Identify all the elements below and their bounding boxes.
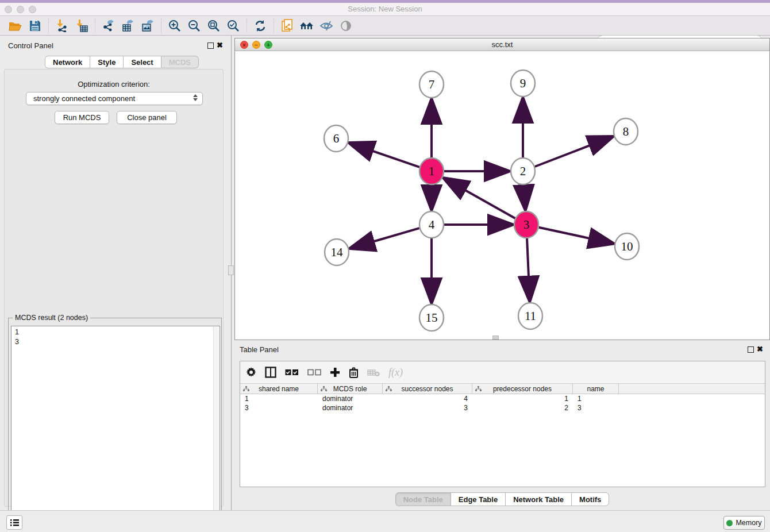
gear-icon[interactable] — [246, 365, 256, 380]
node-7[interactable]: 7 — [419, 71, 444, 98]
network-window-title: scc.txt — [235, 40, 769, 49]
zoom-in-icon[interactable] — [165, 17, 184, 34]
column-header-shared-name[interactable]: shared name — [240, 384, 318, 394]
close-panel-button[interactable]: Close panel — [117, 111, 177, 124]
tab-mcds[interactable]: MCDS — [161, 56, 199, 68]
column-header-MCDS-role[interactable]: MCDS role — [318, 384, 383, 394]
delete-column-icon[interactable] — [349, 365, 359, 380]
node-6[interactable]: 6 — [324, 125, 348, 152]
cell-shared-name[interactable]: 3 — [240, 403, 318, 413]
float-panel-icon[interactable] — [207, 43, 214, 49]
svg-text:14: 14 — [331, 245, 344, 259]
window-titlebar: Session: New Session — [0, 0, 770, 16]
tab-network[interactable]: Network — [45, 56, 90, 68]
tab-edge-table[interactable]: Edge Table — [451, 492, 506, 506]
column-header-predecessor-nodes[interactable]: predecessor nodes — [472, 384, 573, 394]
main-toolbar — [0, 16, 770, 36]
toggle-view-icon[interactable] — [336, 17, 356, 34]
cell-predecessor-nodes[interactable]: 1 — [472, 394, 573, 403]
svg-text:8: 8 — [623, 125, 629, 138]
column-header-name[interactable]: name — [573, 384, 619, 394]
cell-successor-nodes[interactable]: 4 — [383, 394, 472, 403]
tab-style[interactable]: Style — [90, 56, 124, 68]
node-11[interactable]: 11 — [518, 303, 542, 329]
edge-3-11[interactable] — [527, 238, 530, 300]
edge-2-8[interactable] — [535, 137, 613, 167]
mcds-result-text[interactable]: 1 3 — [11, 326, 220, 532]
edge-3-1[interactable] — [444, 178, 515, 218]
horizontal-splitter-handle[interactable] — [492, 336, 499, 340]
cell-MCDS-role[interactable]: dominator — [318, 403, 383, 413]
node-9[interactable]: 9 — [511, 70, 535, 97]
float-panel-icon[interactable] — [748, 346, 754, 353]
tab-select[interactable]: Select — [123, 56, 161, 68]
node-14[interactable]: 14 — [325, 239, 349, 265]
mcds-result-groupbox: MCDS result (2 nodes) 1 3 — [8, 318, 222, 532]
node-3[interactable]: 3 — [514, 211, 538, 238]
cell-shared-name[interactable]: 1 — [240, 394, 318, 403]
svg-text:9: 9 — [520, 76, 526, 90]
export-network-icon[interactable] — [99, 17, 118, 34]
tab-network-table[interactable]: Network Table — [505, 492, 572, 506]
tab-motifs[interactable]: Motifs — [571, 492, 609, 506]
node-10[interactable]: 10 — [615, 233, 639, 260]
split-columns-icon[interactable] — [265, 365, 276, 380]
edge-2-3[interactable] — [524, 185, 526, 209]
select-all-columns-icon[interactable] — [285, 365, 299, 380]
cell-predecessor-nodes[interactable]: 2 — [472, 403, 573, 413]
node-8[interactable]: 8 — [614, 118, 638, 145]
memory-button[interactable]: Memory — [723, 516, 765, 530]
network-canvas[interactable]: 7968124314101511 — [235, 51, 769, 340]
edge-1-6[interactable] — [350, 143, 419, 167]
cell-name[interactable]: 1 — [573, 394, 619, 403]
node-4[interactable]: 4 — [419, 211, 444, 238]
add-column-icon[interactable] — [330, 365, 340, 380]
table-row[interactable]: 1dominator411 — [240, 394, 765, 403]
table-toolbar: f(x) — [240, 361, 765, 384]
refresh-layout-icon[interactable] — [251, 17, 270, 34]
control-panel-header: Control Panel ✖ — [0, 39, 228, 53]
home-pages-icon[interactable] — [297, 17, 317, 34]
cell-name[interactable]: 3 — [573, 403, 619, 413]
cell-MCDS-role[interactable]: dominator — [318, 394, 383, 403]
network-window-titlebar[interactable]: × − + scc.txt — [235, 38, 769, 51]
edge-3-10[interactable] — [539, 228, 613, 244]
toolbar-separator — [95, 18, 95, 33]
close-panel-icon[interactable]: ✖ — [217, 41, 223, 50]
zoom-fit-icon[interactable] — [204, 17, 224, 34]
clone-network-icon[interactable] — [278, 17, 297, 34]
export-image-icon[interactable] — [138, 17, 157, 34]
node-table-header: shared nameMCDS rolesuccessor nodesprede… — [240, 384, 765, 394]
save-session-icon[interactable] — [25, 17, 45, 34]
splitter-handle[interactable] — [228, 265, 234, 275]
edge-4-14[interactable] — [351, 228, 419, 248]
node-table-container: f(x) shared nameMCDS rolesuccessor nodes… — [240, 361, 765, 487]
task-history-button[interactable] — [6, 515, 22, 530]
run-mcds-button[interactable]: Run MCDS — [55, 111, 109, 124]
titlebar-accent-strip — [0, 0, 770, 3]
memory-label: Memory — [736, 519, 761, 527]
column-header-successor-nodes[interactable]: successor nodes — [383, 384, 472, 394]
result-scrollbar[interactable] — [213, 327, 219, 532]
svg-text:10: 10 — [621, 240, 633, 253]
node-1[interactable]: 1 — [419, 158, 444, 184]
criterion-dropdown[interactable]: strongly connected component — [26, 92, 203, 105]
node-15[interactable]: 15 — [419, 304, 444, 331]
deselect-all-columns-icon[interactable] — [307, 365, 321, 380]
table-row[interactable]: 3dominator323 — [240, 403, 765, 413]
import-table-icon[interactable] — [72, 17, 91, 34]
node-table-rows: 1dominator4113dominator323 — [240, 394, 765, 413]
zoom-selected-icon[interactable] — [224, 17, 243, 34]
hide-panel-icon[interactable] — [317, 17, 336, 34]
table-tabs: Node TableEdge TableNetwork TableMotifs — [234, 492, 770, 506]
tab-node-table[interactable]: Node Table — [395, 492, 451, 506]
close-panel-icon[interactable]: ✖ — [757, 345, 763, 354]
node-2[interactable]: 2 — [511, 158, 535, 184]
import-network-icon[interactable] — [52, 17, 72, 34]
open-session-icon[interactable] — [6, 17, 25, 34]
zoom-out-icon[interactable] — [184, 17, 204, 34]
control-panel-title: Control Panel — [8, 41, 53, 50]
export-table-icon[interactable] — [118, 17, 138, 34]
cell-successor-nodes[interactable]: 3 — [383, 403, 472, 413]
svg-text:6: 6 — [333, 132, 340, 145]
